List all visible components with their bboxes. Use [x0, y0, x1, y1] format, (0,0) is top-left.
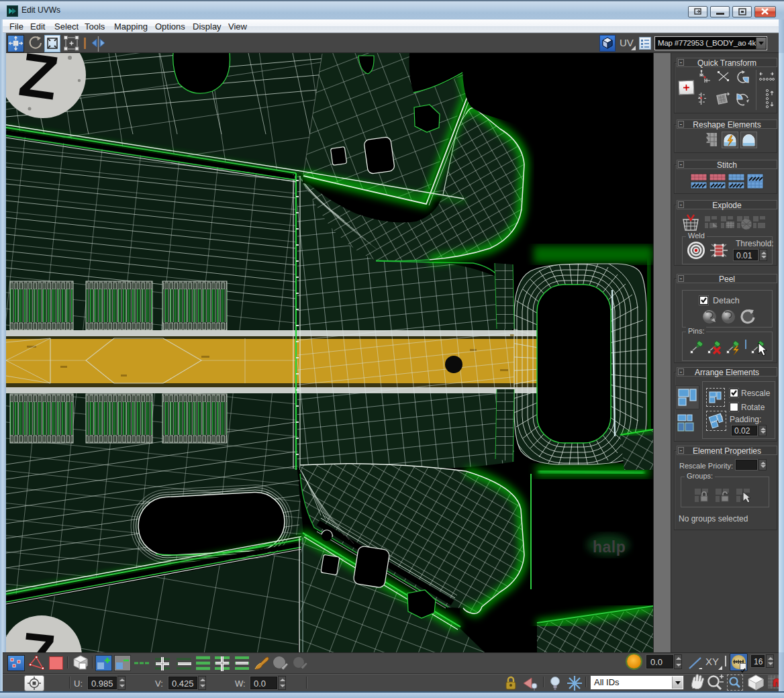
svg-text:halp: halp — [593, 538, 626, 556]
svg-text:7: 7 — [18, 619, 58, 652]
